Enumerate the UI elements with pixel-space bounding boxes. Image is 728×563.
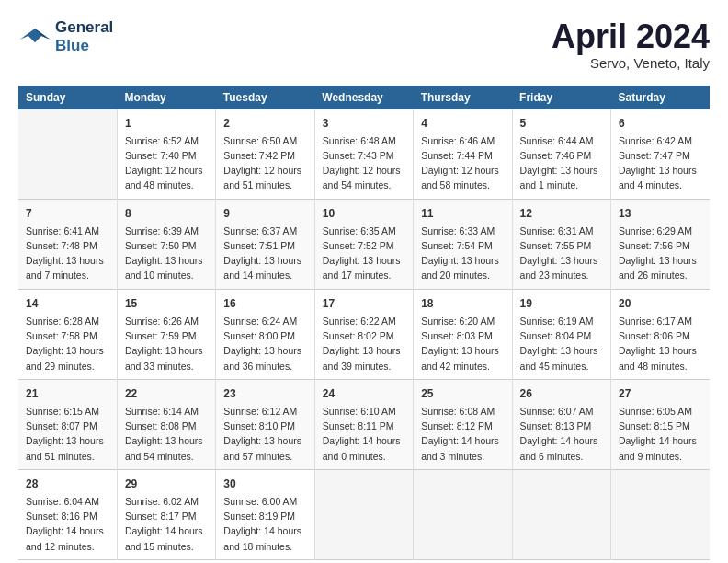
day-number: 4 xyxy=(421,115,504,132)
calendar-cell: 8Sunrise: 6:39 AMSunset: 7:50 PMDaylight… xyxy=(117,199,215,289)
cell-content: Sunrise: 6:29 AMSunset: 7:56 PMDaylight:… xyxy=(619,224,702,283)
cell-content: Sunrise: 6:37 AMSunset: 7:51 PMDaylight:… xyxy=(223,224,306,283)
title-block: April 2024 Servo, Veneto, Italy xyxy=(552,18,710,71)
cell-content: Sunrise: 6:48 AMSunset: 7:43 PMDaylight:… xyxy=(323,133,405,193)
cell-content: Sunrise: 6:17 AMSunset: 8:06 PMDaylight:… xyxy=(619,314,702,373)
calendar-cell xyxy=(314,469,413,559)
logo: General Blue xyxy=(18,18,113,56)
day-number: 22 xyxy=(125,385,208,402)
location: Servo, Veneto, Italy xyxy=(552,55,710,71)
cell-content: Sunrise: 6:04 AMSunset: 8:16 PMDaylight:… xyxy=(26,494,109,554)
calendar-cell: 24Sunrise: 6:10 AMSunset: 8:11 PMDayligh… xyxy=(314,379,413,469)
calendar-cell: 9Sunrise: 6:37 AMSunset: 7:51 PMDaylight… xyxy=(216,199,314,289)
day-number: 27 xyxy=(619,385,702,402)
day-number: 25 xyxy=(421,385,504,402)
calendar-cell: 5Sunrise: 6:44 AMSunset: 7:46 PMDaylight… xyxy=(512,109,610,200)
calendar-cell: 19Sunrise: 6:19 AMSunset: 8:04 PMDayligh… xyxy=(512,289,610,379)
cell-content: Sunrise: 6:39 AMSunset: 7:50 PMDaylight:… xyxy=(125,224,208,283)
cell-content: Sunrise: 6:12 AMSunset: 8:10 PMDaylight:… xyxy=(223,404,306,464)
column-header-saturday: Saturday xyxy=(611,86,710,109)
column-header-tuesday: Tuesday xyxy=(216,86,314,109)
calendar-cell: 2Sunrise: 6:50 AMSunset: 7:42 PMDaylight… xyxy=(216,109,314,200)
cell-content: Sunrise: 6:07 AMSunset: 8:13 PMDaylight:… xyxy=(520,404,603,464)
day-number: 26 xyxy=(520,385,603,402)
cell-content: Sunrise: 6:44 AMSunset: 7:46 PMDaylight:… xyxy=(520,133,603,193)
calendar-cell: 25Sunrise: 6:08 AMSunset: 8:12 PMDayligh… xyxy=(414,379,512,469)
calendar-cell: 17Sunrise: 6:22 AMSunset: 8:02 PMDayligh… xyxy=(314,289,413,379)
day-number: 9 xyxy=(223,205,306,222)
calendar-cell: 11Sunrise: 6:33 AMSunset: 7:54 PMDayligh… xyxy=(414,199,512,289)
calendar-cell: 14Sunrise: 6:28 AMSunset: 7:58 PMDayligh… xyxy=(18,289,117,379)
cell-content: Sunrise: 6:33 AMSunset: 7:54 PMDaylight:… xyxy=(421,224,504,283)
calendar-cell xyxy=(414,469,512,559)
calendar-cell: 23Sunrise: 6:12 AMSunset: 8:10 PMDayligh… xyxy=(216,379,314,469)
logo-text: General Blue xyxy=(55,18,113,56)
day-number: 17 xyxy=(323,295,405,312)
cell-content: Sunrise: 6:28 AMSunset: 7:58 PMDaylight:… xyxy=(26,314,109,373)
calendar-cell: 4Sunrise: 6:46 AMSunset: 7:44 PMDaylight… xyxy=(414,109,512,200)
cell-content: Sunrise: 6:14 AMSunset: 8:08 PMDaylight:… xyxy=(125,404,208,464)
day-number: 6 xyxy=(619,115,702,132)
svg-marker-0 xyxy=(20,29,50,42)
column-header-thursday: Thursday xyxy=(414,86,512,109)
cell-content: Sunrise: 6:35 AMSunset: 7:52 PMDaylight:… xyxy=(323,224,405,283)
calendar-cell: 15Sunrise: 6:26 AMSunset: 7:59 PMDayligh… xyxy=(117,289,215,379)
month-title: April 2024 xyxy=(552,18,710,55)
day-number: 16 xyxy=(223,295,306,312)
cell-content: Sunrise: 6:50 AMSunset: 7:42 PMDaylight:… xyxy=(223,133,306,193)
cell-content: Sunrise: 6:20 AMSunset: 8:03 PMDaylight:… xyxy=(421,314,504,373)
cell-content: Sunrise: 6:24 AMSunset: 8:00 PMDaylight:… xyxy=(223,314,306,373)
calendar-cell: 29Sunrise: 6:02 AMSunset: 8:17 PMDayligh… xyxy=(117,469,215,559)
day-number: 20 xyxy=(619,295,702,312)
cell-content: Sunrise: 6:41 AMSunset: 7:48 PMDaylight:… xyxy=(26,224,109,283)
calendar-week-5: 28Sunrise: 6:04 AMSunset: 8:16 PMDayligh… xyxy=(18,469,710,559)
day-number: 13 xyxy=(619,205,702,222)
cell-content: Sunrise: 6:02 AMSunset: 8:17 PMDaylight:… xyxy=(125,494,208,554)
day-number: 21 xyxy=(26,385,109,402)
calendar-cell: 30Sunrise: 6:00 AMSunset: 8:19 PMDayligh… xyxy=(216,469,314,559)
cell-content: Sunrise: 6:19 AMSunset: 8:04 PMDaylight:… xyxy=(520,314,603,373)
day-number: 10 xyxy=(323,205,405,222)
calendar-cell xyxy=(18,109,117,200)
calendar-cell: 28Sunrise: 6:04 AMSunset: 8:16 PMDayligh… xyxy=(18,469,117,559)
calendar-cell xyxy=(512,469,610,559)
calendar-cell: 18Sunrise: 6:20 AMSunset: 8:03 PMDayligh… xyxy=(414,289,512,379)
cell-content: Sunrise: 6:52 AMSunset: 7:40 PMDaylight:… xyxy=(125,133,208,193)
calendar-week-4: 21Sunrise: 6:15 AMSunset: 8:07 PMDayligh… xyxy=(18,379,710,469)
cell-content: Sunrise: 6:46 AMSunset: 7:44 PMDaylight:… xyxy=(421,133,504,193)
day-number: 14 xyxy=(26,295,109,312)
day-number: 5 xyxy=(520,115,603,132)
calendar-week-1: 1Sunrise: 6:52 AMSunset: 7:40 PMDaylight… xyxy=(18,109,710,200)
calendar-week-3: 14Sunrise: 6:28 AMSunset: 7:58 PMDayligh… xyxy=(18,289,710,379)
day-number: 1 xyxy=(125,115,208,132)
column-header-sunday: Sunday xyxy=(18,86,117,109)
cell-content: Sunrise: 6:42 AMSunset: 7:47 PMDaylight:… xyxy=(619,133,702,193)
day-number: 29 xyxy=(125,476,208,492)
calendar-cell: 7Sunrise: 6:41 AMSunset: 7:48 PMDaylight… xyxy=(18,199,117,289)
cell-content: Sunrise: 6:10 AMSunset: 8:11 PMDaylight:… xyxy=(323,404,405,464)
calendar-cell: 12Sunrise: 6:31 AMSunset: 7:55 PMDayligh… xyxy=(512,199,610,289)
day-number: 28 xyxy=(26,476,109,492)
calendar-cell xyxy=(611,469,710,559)
day-number: 11 xyxy=(421,205,504,222)
calendar-cell: 1Sunrise: 6:52 AMSunset: 7:40 PMDaylight… xyxy=(117,109,215,200)
cell-content: Sunrise: 6:31 AMSunset: 7:55 PMDaylight:… xyxy=(520,224,603,283)
calendar-table: SundayMondayTuesdayWednesdayThursdayFrid… xyxy=(18,86,710,560)
page-header: General Blue April 2024 Servo, Veneto, I… xyxy=(18,18,710,71)
calendar-cell: 6Sunrise: 6:42 AMSunset: 7:47 PMDaylight… xyxy=(611,109,710,200)
column-header-friday: Friday xyxy=(512,86,610,109)
cell-content: Sunrise: 6:22 AMSunset: 8:02 PMDaylight:… xyxy=(323,314,405,373)
column-header-wednesday: Wednesday xyxy=(314,86,413,109)
calendar-cell: 27Sunrise: 6:05 AMSunset: 8:15 PMDayligh… xyxy=(611,379,710,469)
day-number: 18 xyxy=(421,295,504,312)
calendar-cell: 22Sunrise: 6:14 AMSunset: 8:08 PMDayligh… xyxy=(117,379,215,469)
day-number: 24 xyxy=(323,385,405,402)
day-number: 15 xyxy=(125,295,208,312)
calendar-week-2: 7Sunrise: 6:41 AMSunset: 7:48 PMDaylight… xyxy=(18,199,710,289)
logo-icon xyxy=(18,24,51,50)
calendar-cell: 26Sunrise: 6:07 AMSunset: 8:13 PMDayligh… xyxy=(512,379,610,469)
cell-content: Sunrise: 6:15 AMSunset: 8:07 PMDaylight:… xyxy=(26,404,109,464)
calendar-cell: 21Sunrise: 6:15 AMSunset: 8:07 PMDayligh… xyxy=(18,379,117,469)
cell-content: Sunrise: 6:00 AMSunset: 8:19 PMDaylight:… xyxy=(223,494,306,554)
column-headers: SundayMondayTuesdayWednesdayThursdayFrid… xyxy=(18,86,710,109)
